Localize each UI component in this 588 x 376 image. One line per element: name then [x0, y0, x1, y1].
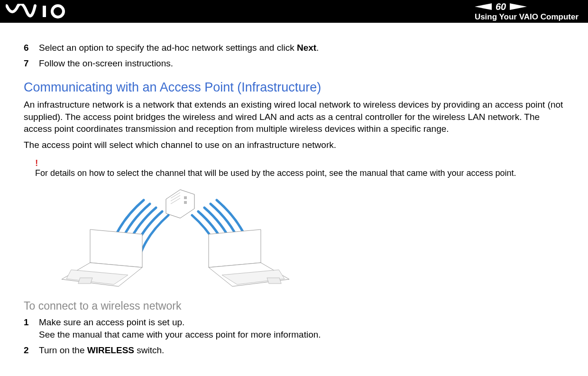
nav-prev-icon[interactable]	[475, 3, 492, 10]
sub-heading: To connect to a wireless network	[24, 300, 564, 312]
infrastructure-diagram	[62, 182, 564, 293]
svg-marker-2	[166, 190, 194, 218]
step-text: Select an option to specify the ad-hoc n…	[39, 42, 319, 55]
svg-rect-15	[267, 278, 281, 284]
svg-rect-11	[78, 278, 92, 284]
warning-note: ! For details on how to select the chann…	[35, 158, 564, 178]
nav-next-icon[interactable]	[510, 3, 527, 10]
svg-point-1	[52, 6, 64, 17]
svg-rect-6	[184, 196, 187, 199]
svg-marker-12	[209, 229, 261, 267]
step-number: 1	[24, 316, 30, 341]
list-item: 2 Turn on the WIRELESS switch.	[24, 344, 564, 357]
list-item: 6 Select an option to specify the ad-hoc…	[24, 42, 564, 55]
page-content: 6 Select an option to specify the ad-hoc…	[0, 23, 588, 375]
warning-text: For details on how to select the channel…	[35, 168, 564, 178]
bottom-step-list: 1 Make sure an access point is set up. S…	[24, 316, 564, 357]
header-right: 60 Using Your VAIO Computer	[475, 1, 579, 22]
page-navigation: 60	[475, 1, 579, 12]
paragraph: An infrastructure network is a network t…	[24, 99, 564, 135]
step-text: Turn on the WIRELESS switch.	[39, 344, 164, 357]
svg-rect-0	[43, 6, 46, 17]
vaio-logo	[6, 4, 77, 19]
svg-marker-8	[90, 229, 142, 267]
warning-icon: !	[35, 158, 564, 168]
top-step-list: 6 Select an option to specify the ad-hoc…	[24, 42, 564, 70]
header-bar: 60 Using Your VAIO Computer	[0, 0, 588, 23]
step-number: 6	[24, 42, 30, 55]
step-text: Make sure an access point is set up. See…	[39, 316, 321, 341]
list-item: 7 Follow the on-screen instructions.	[24, 57, 564, 70]
step-text: Follow the on-screen instructions.	[39, 57, 173, 70]
page-number: 60	[496, 1, 506, 12]
step-number: 7	[24, 57, 30, 70]
header-title: Using Your VAIO Computer	[475, 12, 579, 22]
section-heading: Communicating with an Access Point (Infr…	[24, 80, 564, 95]
paragraph: The access point will select which chann…	[24, 139, 564, 151]
step-number: 2	[24, 344, 30, 357]
svg-rect-7	[184, 201, 187, 204]
list-item: 1 Make sure an access point is set up. S…	[24, 316, 564, 341]
